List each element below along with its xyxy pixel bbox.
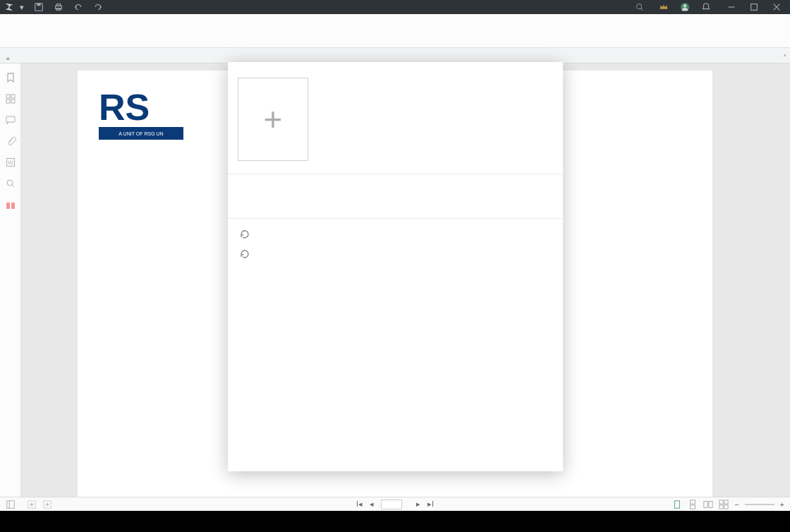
sidebar-toggle-icon[interactable] [6, 500, 16, 509]
svg-rect-31 [719, 500, 723, 503]
svg-rect-3 [56, 4, 60, 6]
svg-rect-30 [709, 501, 712, 507]
minimize-icon[interactable] [727, 2, 736, 12]
svg-point-5 [637, 4, 642, 9]
view-continuous-icon[interactable] [688, 500, 698, 509]
svg-rect-12 [11, 99, 15, 103]
svg-rect-28 [691, 504, 695, 508]
refresh-icon [239, 248, 250, 260]
svg-rect-33 [719, 504, 723, 508]
redo-icon[interactable] [93, 2, 103, 12]
svg-text:A UNIT OF RSG UN: A UNIT OF RSG UN [119, 131, 163, 136]
add-zone2-icon[interactable] [42, 500, 52, 509]
app-logo-icon [4, 2, 14, 12]
bookmark-icon[interactable] [5, 72, 16, 83]
zoom-out-icon[interactable]: − [734, 500, 739, 509]
view-facing-icon[interactable] [703, 500, 713, 509]
gift-icon[interactable] [5, 199, 16, 210]
svg-rect-13 [6, 116, 15, 122]
svg-rect-23 [7, 500, 15, 508]
comments-icon[interactable] [5, 114, 16, 126]
zoom-level[interactable] [745, 504, 774, 505]
first-page-icon[interactable]: I◂ [356, 500, 363, 509]
add-watermark-button[interactable]: + [238, 78, 308, 161]
thumbnails-icon[interactable] [5, 93, 16, 104]
collapse-ribbon-icon[interactable]: ˄ [783, 54, 787, 63]
refresh-icon [239, 229, 250, 240]
attachments-icon[interactable] [5, 135, 16, 147]
user-icon[interactable] [680, 2, 690, 12]
custom-watermark-title [228, 62, 563, 71]
svg-rect-8 [751, 4, 758, 11]
print-icon[interactable] [54, 2, 63, 12]
svg-rect-9 [6, 95, 10, 98]
svg-rect-19 [10, 202, 11, 209]
crown-icon[interactable] [659, 2, 669, 12]
app-menu-dropdown-icon[interactable]: ▾ [20, 3, 24, 12]
svg-rect-29 [704, 501, 707, 507]
close-icon[interactable] [772, 2, 782, 12]
next-page-icon[interactable]: ▸ [416, 500, 420, 509]
svg-rect-26 [675, 500, 680, 508]
watermark-panel: + [228, 62, 563, 471]
search-tools[interactable] [635, 2, 648, 12]
status-bar: I◂ ◂ ▸ ▸I − + [0, 497, 790, 511]
company-logo: RS A UNIT OF RSG UN [99, 85, 183, 145]
search-icon [635, 2, 645, 12]
svg-rect-1 [37, 4, 40, 6]
last-page-icon[interactable]: ▸I [427, 500, 434, 509]
ribbon [0, 14, 790, 48]
new-tab-button[interactable]: + [0, 54, 16, 63]
page-input[interactable] [381, 500, 402, 509]
maximize-icon[interactable] [749, 2, 759, 12]
svg-rect-34 [724, 504, 728, 508]
svg-rect-32 [724, 500, 728, 503]
svg-rect-27 [691, 500, 695, 503]
zoom-in-icon[interactable]: + [780, 500, 784, 509]
update-watermark-button[interactable] [236, 224, 554, 244]
search-panel-icon[interactable] [5, 178, 16, 189]
view-single-icon[interactable] [672, 500, 682, 509]
svg-rect-10 [11, 95, 15, 98]
save-icon[interactable] [34, 2, 44, 12]
svg-rect-11 [6, 99, 10, 103]
view-facing-cont-icon[interactable] [719, 500, 729, 509]
undo-icon[interactable] [73, 2, 83, 12]
tab-bar: + ˄ [0, 48, 790, 64]
titlebar: ▾ [0, 0, 790, 14]
svg-point-7 [683, 4, 686, 7]
svg-text:RS: RS [99, 87, 150, 128]
bell-icon[interactable] [701, 2, 711, 12]
prev-page-icon[interactable]: ◂ [370, 500, 374, 509]
add-zone-icon[interactable] [27, 500, 37, 509]
word-icon[interactable]: W [5, 157, 16, 168]
left-sidebar: W [0, 64, 21, 497]
most-used-title [228, 174, 563, 183]
svg-point-16 [7, 180, 13, 186]
svg-text:W: W [8, 159, 13, 166]
plus-icon: + [264, 100, 283, 138]
delete-watermark-button[interactable] [236, 244, 554, 264]
